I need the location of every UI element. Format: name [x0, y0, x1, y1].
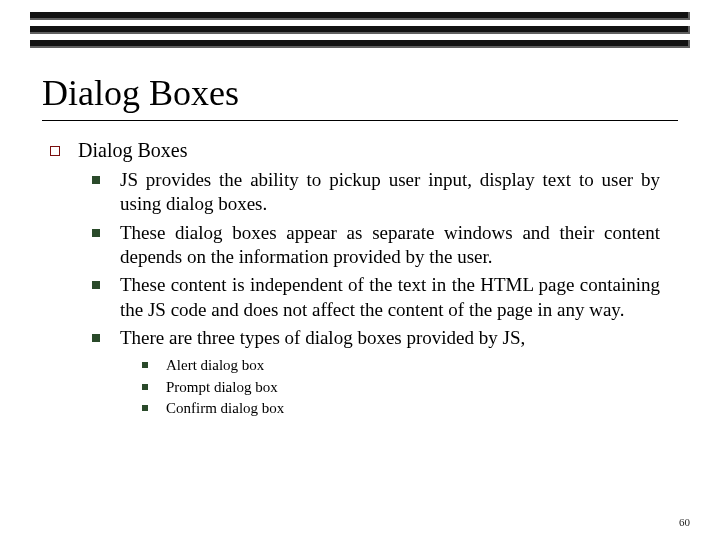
outline-l2-text: There are three types of dialog boxes pr…	[120, 326, 525, 350]
bar-icon	[30, 40, 690, 48]
outline-l2-text: These content is independent of the text…	[120, 273, 660, 322]
slide-content: Dialog Boxes Dialog Boxes JS provides th…	[0, 54, 720, 419]
outline-level-1: Dialog Boxes	[50, 139, 678, 162]
solid-square-bullet-icon	[92, 229, 100, 237]
outline-l3-text: Alert dialog box	[166, 356, 264, 376]
outline-l2-text: JS provides the ability to pickup user i…	[120, 168, 660, 217]
list-item: JS provides the ability to pickup user i…	[92, 168, 678, 217]
list-item: There are three types of dialog boxes pr…	[92, 326, 678, 350]
list-item: Alert dialog box	[142, 356, 678, 376]
solid-square-bullet-icon	[92, 176, 100, 184]
outline-level-3: Alert dialog box Prompt dialog box Confi…	[142, 356, 678, 419]
page-number: 60	[679, 516, 690, 528]
list-item: Confirm dialog box	[142, 399, 678, 419]
small-square-bullet-icon	[142, 405, 148, 411]
outline-l3-text: Confirm dialog box	[166, 399, 284, 419]
bar-icon	[30, 12, 690, 20]
title-rule	[42, 120, 678, 121]
decorative-top-bars	[30, 12, 690, 48]
outline-l1-label: Dialog Boxes	[78, 139, 187, 162]
list-item: These dialog boxes appear as separate wi…	[92, 221, 678, 270]
bar-icon	[30, 26, 690, 34]
small-square-bullet-icon	[142, 362, 148, 368]
list-item: Prompt dialog box	[142, 378, 678, 398]
outline-level-2: JS provides the ability to pickup user i…	[92, 168, 678, 350]
solid-square-bullet-icon	[92, 334, 100, 342]
outline-l2-text: These dialog boxes appear as separate wi…	[120, 221, 660, 270]
small-square-bullet-icon	[142, 384, 148, 390]
list-item: These content is independent of the text…	[92, 273, 678, 322]
outline-l3-text: Prompt dialog box	[166, 378, 278, 398]
hollow-square-bullet-icon	[50, 146, 60, 156]
solid-square-bullet-icon	[92, 281, 100, 289]
slide-title: Dialog Boxes	[42, 72, 678, 114]
